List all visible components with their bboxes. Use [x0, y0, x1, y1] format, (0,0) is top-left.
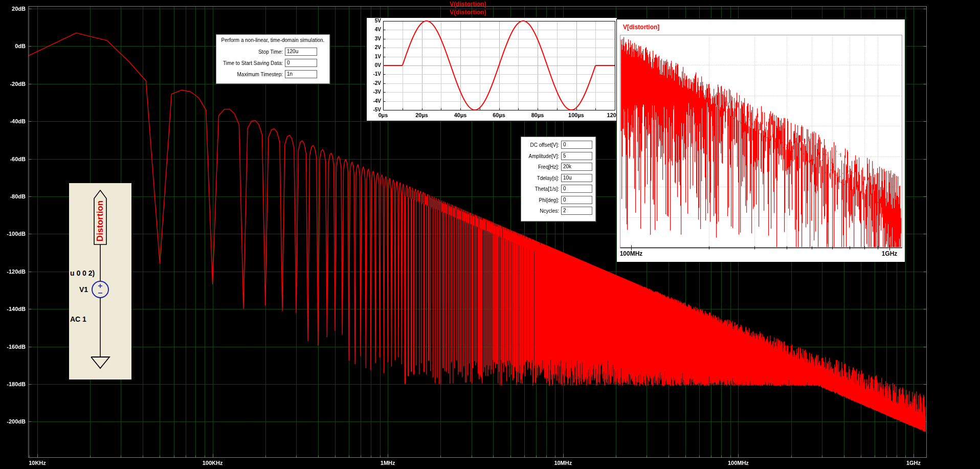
y-axis-label: -20dB	[2, 81, 26, 87]
field-label-stop-time: Stop Time:	[217, 49, 283, 55]
sim-dialog-header: Perform a non-linear, time-domain simula…	[216, 37, 329, 43]
time-domain-plot[interactable]	[367, 18, 617, 121]
field-label-tdelay-s: Tdelay[s]:	[522, 175, 559, 182]
stop-time-input[interactable]: 120u	[285, 48, 317, 56]
net-flag-label[interactable]: Distortion	[95, 200, 105, 241]
ltspice-window: V(distortion) V(distortion) 20dB0dB-20dB…	[0, 0, 980, 469]
y-axis-label: -120dB	[2, 269, 26, 275]
field-label-freq-hz: Freq[Hz]:	[522, 164, 559, 170]
time-x-label: 120µs	[600, 112, 617, 118]
schematic-view: Distortion u 0 0 2) V1 AC 1	[69, 183, 131, 379]
field-label-amplitude-v: Amplitude[V]:	[522, 153, 559, 160]
time-y-label: 3V	[367, 36, 381, 42]
x-axis-label: 10MHz	[547, 460, 580, 466]
time-y-label: 2V	[367, 44, 381, 51]
time-x-label: 100µs	[562, 112, 591, 118]
y-axis-label: -100dB	[2, 231, 26, 237]
freq-hz-input[interactable]: 20k	[561, 163, 592, 171]
sine-source-dialog: DC offset[V]:0Amplitude[V]:5Freq[Hz]:20k…	[521, 137, 596, 221]
field-label-dc-offset-v: DC offset[V]:	[522, 142, 559, 148]
x-axis-label: 10KHz	[21, 460, 54, 466]
y-axis-label: -180dB	[2, 381, 26, 388]
y-axis-label: -140dB	[2, 306, 26, 312]
time-y-label: 5V	[367, 18, 381, 24]
y-axis-label: -200dB	[2, 418, 26, 425]
zoom-x-label: 1GHz	[875, 251, 904, 257]
time-x-label: 0µs	[369, 112, 397, 118]
tdelay-s-input[interactable]: 10u	[561, 174, 592, 182]
time-y-label: 1V	[367, 54, 381, 60]
amplitude-v-input[interactable]: 5	[561, 152, 592, 160]
y-axis-label: -80dB	[2, 193, 26, 200]
ncycles-input[interactable]: 2	[561, 207, 592, 215]
field-label-time-to-start-saving-data: Time to Start Saving Data:	[217, 60, 283, 66]
field-label-theta-1-s: Theta[1/s]:	[522, 186, 559, 192]
phi-deg-input[interactable]: 0	[561, 196, 592, 204]
time-y-label: -3V	[367, 89, 381, 95]
x-axis-label: 100KHz	[196, 460, 229, 466]
zoom-x-label: 100MHz	[617, 251, 645, 257]
time-x-label: 20µs	[408, 112, 436, 118]
fft-zoom-inset: V[distortion] 100MHz1GHz	[616, 19, 905, 262]
time-domain-inset: 5V4V3V2V1V0V-1V-2V-3V-4V-5V 0µs20µs40µs6…	[366, 17, 617, 121]
source-spice-text: u 0 0 2)	[70, 269, 95, 277]
dc-offset-v-input[interactable]: 0	[561, 141, 592, 149]
theta-1-s-input[interactable]: 0	[561, 185, 592, 193]
time-y-label: -4V	[367, 98, 381, 104]
source-designator[interactable]: V1	[79, 285, 88, 294]
time-x-label: 40µs	[446, 112, 475, 118]
field-label-phi-deg: Phi[deg]:	[522, 197, 559, 204]
fft-zoom-plot[interactable]	[617, 19, 905, 262]
y-axis-label: 20dB	[2, 6, 26, 12]
main-plot-title: V(distortion)	[366, 1, 570, 8]
source-ac-value[interactable]: AC 1	[70, 315, 86, 323]
x-axis-label: 1MHz	[371, 460, 404, 466]
y-axis-label: -160dB	[2, 344, 26, 350]
y-axis-label: -40dB	[2, 118, 26, 125]
y-axis-label: 0dB	[2, 43, 26, 50]
time-to-start-saving-data-input[interactable]: 0	[285, 59, 317, 67]
time-y-label: 0V	[367, 62, 381, 69]
y-axis-label: -60dB	[2, 156, 26, 163]
time-y-label: -1V	[367, 71, 381, 77]
maximum-timestep-input[interactable]: 1n	[285, 70, 317, 78]
voltage-source-symbol[interactable]	[92, 281, 108, 298]
time-x-label: 60µs	[485, 112, 514, 118]
x-axis-label: 100MHz	[722, 460, 754, 466]
zoom-inset-title: V[distortion]	[623, 24, 659, 31]
field-label-ncycles: Ncycles:	[522, 208, 559, 214]
transient-sim-dialog: Perform a non-linear, time-domain simula…	[216, 34, 330, 84]
time-y-label: -2V	[367, 80, 381, 86]
time-inset-title: V(distortion)	[366, 9, 570, 16]
field-label-maximum-timestep: Maximum Timestep:	[217, 71, 283, 78]
time-x-label: 80µs	[523, 112, 552, 118]
time-y-label: 4V	[367, 27, 381, 33]
x-axis-label: 1GHz	[897, 460, 930, 466]
ground-symbol[interactable]	[91, 357, 109, 368]
